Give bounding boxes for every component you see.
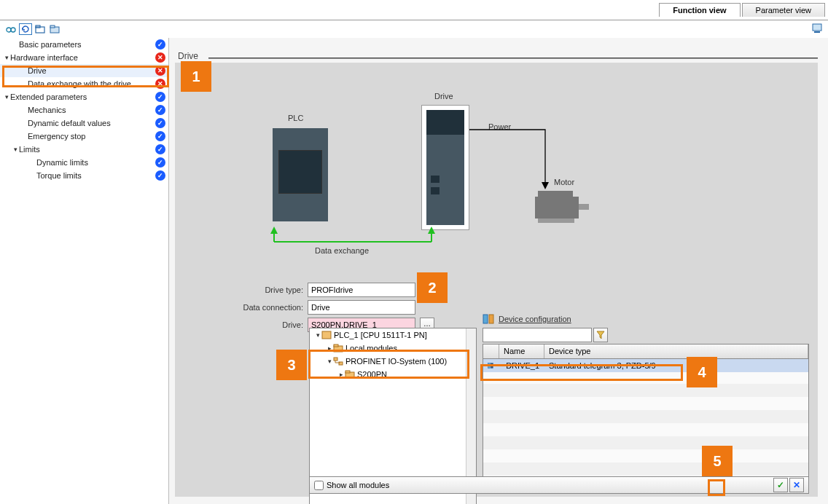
tab-parameter-view[interactable]: Parameter view: [742, 3, 825, 17]
check-icon: [155, 118, 165, 128]
section-divider: [208, 58, 818, 59]
cell-name: DRIVE_1: [499, 360, 544, 371]
data-connection-row: Data connection:: [187, 300, 415, 315]
check-icon: [155, 144, 165, 154]
callout-3: 3: [276, 350, 307, 380]
tree-label: Extended parameters: [10, 92, 155, 101]
drive-panel: PLC Drive Power Motor: [175, 63, 818, 497]
refresh-icon[interactable]: [19, 23, 32, 35]
motor-graphic: [535, 191, 596, 223]
svg-point-1: [11, 28, 15, 32]
section-title: Drive: [178, 51, 198, 61]
filter-input[interactable]: [483, 328, 592, 342]
svg-rect-14: [345, 371, 350, 373]
drive-graphic[interactable]: [421, 105, 469, 230]
tree-item-dynamic-defaults[interactable]: Dynamic default values: [0, 117, 168, 130]
drive-type-label: Drive type:: [187, 286, 303, 294]
tree-item-emergency-stop[interactable]: Emergency stop: [0, 130, 168, 143]
error-icon: [155, 79, 165, 89]
tree-item-torque-limits[interactable]: Torque limits: [0, 169, 168, 182]
check-icon: [155, 92, 165, 102]
tree-label: Torque limits: [36, 171, 155, 180]
svg-rect-6: [813, 24, 821, 31]
tree-item-extended-parameters[interactable]: ▾ Extended parameters: [0, 90, 168, 103]
filter-button[interactable]: [593, 328, 608, 342]
callout-4: 4: [687, 357, 717, 387]
tree-item-mechanics[interactable]: Mechanics: [0, 103, 168, 117]
drive-type-row: Drive type:: [187, 283, 415, 297]
svg-rect-7: [814, 31, 820, 33]
tree-item-hardware-interface[interactable]: ▾ Hardware interface: [0, 51, 168, 64]
navigation-tree: Basic parameters ▾ Hardware interface Dr…: [0, 38, 169, 504]
cpu-icon: [321, 331, 332, 339]
col-name[interactable]: Name: [499, 344, 544, 358]
motor-label: Motor: [554, 178, 574, 186]
show-all-modules-label: Show all modules: [327, 481, 389, 489]
check-icon: [155, 105, 165, 115]
connection-arrows: [175, 63, 818, 288]
svg-rect-11: [334, 358, 337, 361]
tree-node-label: S200PN: [357, 370, 387, 379]
error-icon: [155, 66, 165, 76]
editor-topbar: Function view Parameter view: [0, 0, 828, 20]
tree-label: Dynamic limits: [36, 158, 155, 167]
tree-label: Hardware interface: [10, 53, 155, 62]
svg-rect-8: [322, 331, 331, 339]
tree-label: Dynamic default values: [28, 119, 155, 127]
error-icon: [155, 52, 165, 63]
svg-rect-16: [489, 315, 493, 323]
cancel-button[interactable]: ✕: [789, 478, 804, 492]
folder-icon[interactable]: [34, 23, 47, 35]
tree-item-data-exchange[interactable]: Data exchange with the drive: [0, 77, 168, 90]
svg-point-0: [7, 28, 11, 32]
check-icon: [155, 157, 165, 168]
tree-node-plc[interactable]: ▾ PLC_1 [CPU 1511T-1 PN]: [310, 328, 476, 342]
drive-label: Drive: [434, 92, 453, 101]
drive-type-input[interactable]: [308, 283, 415, 297]
plc-label: PLC: [288, 114, 303, 122]
grid-header: Name Device type: [483, 344, 808, 359]
folder-icon: [345, 370, 355, 379]
drive-icon: [488, 361, 494, 371]
device-config-link[interactable]: Device configuration: [499, 315, 571, 323]
tab-function-view[interactable]: Function view: [659, 3, 740, 17]
device-config-icon[interactable]: [483, 313, 494, 325]
glasses-icon[interactable]: [4, 23, 17, 35]
tree-item-drive[interactable]: Drive: [0, 64, 168, 77]
data-connection-input[interactable]: [308, 300, 415, 315]
callout-1: 1: [181, 61, 211, 92]
tree-item-basic-parameters[interactable]: Basic parameters: [0, 38, 168, 51]
confirm-button[interactable]: ✓: [773, 478, 788, 492]
tree-item-dynamic-limits[interactable]: Dynamic limits: [0, 156, 168, 169]
view-tabs: Function view Parameter view: [659, 3, 825, 17]
svg-rect-18: [491, 363, 493, 369]
device-grid: Name Device type DRIVE_1 Standard telegr…: [483, 344, 809, 492]
network-icon: [333, 357, 343, 366]
grid-row-drive1[interactable]: DRIVE_1 Standard telegram 3, PZD-5/9: [483, 359, 808, 372]
folder2-icon[interactable]: [48, 23, 61, 35]
check-icon: [155, 39, 165, 50]
show-all-modules-checkbox[interactable]: [314, 481, 324, 490]
tree-node-local-modules[interactable]: ▸ Local modules: [310, 342, 476, 355]
tree-label: Emergency stop: [28, 132, 155, 141]
check-icon: [155, 170, 165, 181]
tree-node-profinet[interactable]: ▾ PROFINET IO-System (100): [310, 355, 476, 368]
tree-node-s200pn[interactable]: ▸ S200PN: [310, 368, 476, 381]
device-configuration-panel: Device configuration Name Device type DR…: [483, 313, 809, 504]
tree-label: Data exchange with the drive: [28, 79, 155, 88]
check-icon: [155, 131, 165, 141]
svg-rect-15: [483, 315, 488, 323]
cell-device-type: Standard telegram 3, PZD-5/9: [544, 360, 808, 371]
col-device-type[interactable]: Device type: [544, 344, 808, 358]
tree-label: Mechanics: [28, 106, 155, 114]
hardware-diagram: PLC Drive Power Motor: [175, 63, 818, 288]
data-connection-label: Data connection:: [187, 303, 303, 312]
tree-label: Basic parameters: [19, 40, 155, 49]
plc-graphic: [273, 128, 328, 221]
tree-node-label: PROFINET IO-System (100): [345, 357, 447, 366]
panel-options-icon[interactable]: [812, 23, 822, 34]
tree-node-label: Local modules: [345, 344, 397, 353]
tree-item-limits[interactable]: ▾ Limits: [0, 143, 168, 156]
drive-field-label: Drive:: [187, 320, 303, 329]
callout-5: 5: [702, 446, 733, 476]
